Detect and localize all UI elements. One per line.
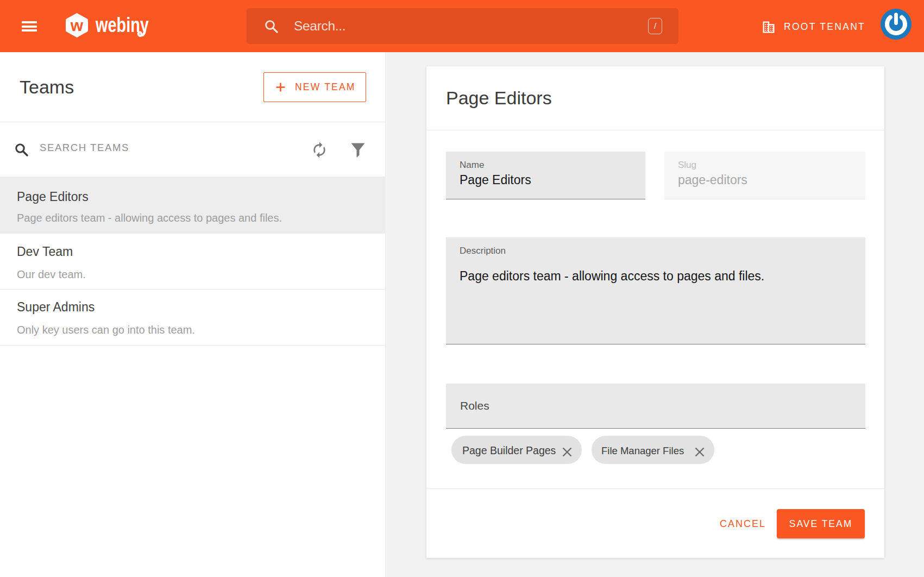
svg-text:w: w [70,16,84,34]
